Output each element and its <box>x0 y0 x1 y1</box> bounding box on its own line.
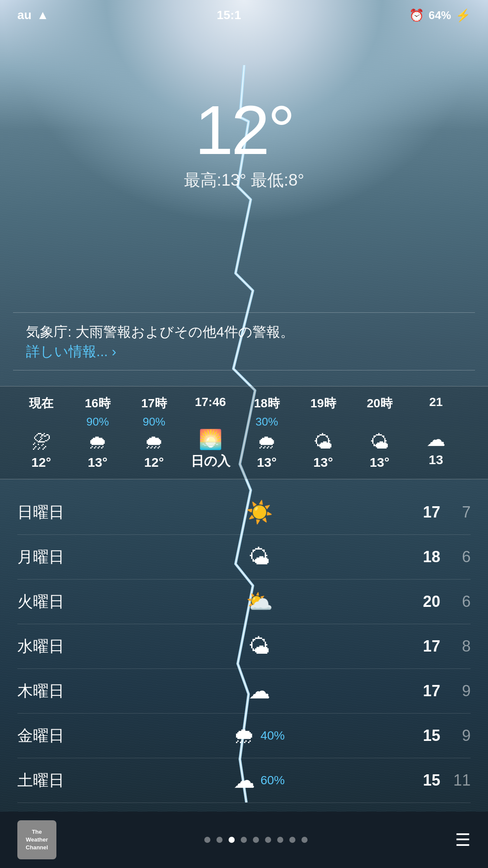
day-low: 11 <box>440 771 471 789</box>
hour-item: 17時90%🌧12° <box>126 395 182 470</box>
day-name: 日曜日 <box>17 502 113 523</box>
day-high: 15 <box>406 771 440 789</box>
hour-temp: 13° <box>257 455 276 470</box>
page-dot[interactable] <box>216 837 223 843</box>
day-row[interactable]: 火曜日⛅206 <box>17 580 471 624</box>
day-low: 9 <box>440 727 471 745</box>
temp-range: 最高:13° 最低:8° <box>0 169 488 191</box>
day-icon-area: ⛅ <box>113 589 406 614</box>
alarm-icon: ⏰ <box>409 8 424 23</box>
day-weather-icon: ⛅ <box>246 589 273 614</box>
page-dot[interactable] <box>204 837 210 843</box>
day-low: 9 <box>440 682 471 700</box>
hour-item: 現在⛈12° <box>13 395 69 470</box>
charging-icon: ⚡ <box>455 8 471 23</box>
day-weather-icon: 🌤 <box>249 634 270 659</box>
hour-temp: 13° <box>313 455 333 470</box>
current-temperature: 12° <box>0 95 488 165</box>
day-low: 6 <box>440 593 471 611</box>
app-logo[interactable]: TheWeatherChannel <box>17 820 56 859</box>
day-icon-area: 🌤 <box>113 544 406 570</box>
day-icon-area: 🌤 <box>113 634 406 659</box>
day-name: 水曜日 <box>17 636 113 657</box>
day-row[interactable]: 月曜日🌤186 <box>17 535 471 580</box>
page-dot[interactable] <box>241 837 247 843</box>
carrier-label: au <box>17 8 32 22</box>
day-weather-icon: ☁ <box>233 768 255 793</box>
day-high: 17 <box>406 682 440 700</box>
day-icon-area: ☁ <box>113 678 406 704</box>
hour-label: 20時 <box>367 395 392 412</box>
hour-weather-icon: 🌧 <box>144 432 164 452</box>
day-low: 8 <box>440 637 471 655</box>
status-time: 15:1 <box>217 8 241 22</box>
page-dot[interactable] <box>289 837 295 843</box>
day-row[interactable]: 日曜日☀️177 <box>17 490 471 535</box>
bottom-bar: TheWeatherChannel ☰ <box>0 812 488 868</box>
day-icon-area: ☀️ <box>113 500 406 525</box>
temp-high: 最高:13° <box>184 171 246 189</box>
day-high: 18 <box>406 548 440 566</box>
day-row[interactable]: 水曜日🌤178 <box>17 624 471 669</box>
page-dot[interactable] <box>301 837 308 843</box>
day-high: 20 <box>406 593 440 611</box>
hour-temp: 12° <box>144 455 164 470</box>
alert-link[interactable]: 詳しい情報... › <box>26 342 462 361</box>
day-weather-icon: ☁ <box>249 678 270 704</box>
weather-main: 12° 最高:13° 最低:8° <box>0 95 488 191</box>
battery-percentage: 64% <box>429 9 451 22</box>
hour-temp: 日の入 <box>191 452 230 470</box>
temp-low: 最低:8° <box>251 171 304 189</box>
page-dot[interactable] <box>277 837 283 843</box>
hour-label: 現在 <box>29 395 53 412</box>
hour-item: 17:46🌅日の入 <box>182 395 239 470</box>
day-name: 木曜日 <box>17 681 113 702</box>
hour-temp: 12° <box>31 455 51 470</box>
day-weather-icon: ☀️ <box>246 500 273 525</box>
hour-weather-icon: 🌧 <box>257 432 276 452</box>
day-weather-icon: 🌤 <box>249 544 270 570</box>
hour-weather-icon: 🌤 <box>370 432 389 452</box>
status-left: au ▲ <box>17 8 49 22</box>
day-icon-area: ☁60% <box>113 768 406 793</box>
hour-weather-icon: 🌤 <box>314 432 333 452</box>
hour-label: 17:46 <box>195 395 226 409</box>
day-high: 17 <box>406 637 440 655</box>
hour-temp: 13 <box>429 452 443 467</box>
active-dot[interactable] <box>229 837 235 843</box>
day-row[interactable]: 金曜日🌧40%159 <box>17 714 471 758</box>
hour-precip: 30% <box>255 415 278 429</box>
hour-temp: 13° <box>88 455 107 470</box>
status-bar: au ▲ 15:1 ⏰ 64% ⚡ <box>0 0 488 30</box>
day-row[interactable]: 木曜日☁179 <box>17 669 471 714</box>
day-name: 金曜日 <box>17 725 113 747</box>
hour-item: 20時🌤13° <box>351 395 408 470</box>
page-dot[interactable] <box>253 837 259 843</box>
page-dots <box>204 837 308 843</box>
logo-text: TheWeatherChannel <box>26 828 48 852</box>
status-right: ⏰ 64% ⚡ <box>409 8 471 23</box>
hour-label: 18時 <box>254 395 279 412</box>
hour-weather-icon: ⛈ <box>32 432 51 452</box>
day-precip: 60% <box>260 773 285 787</box>
hour-weather-icon: ☁ <box>426 430 445 449</box>
page-dot[interactable] <box>265 837 271 843</box>
day-precip: 40% <box>260 729 285 743</box>
list-icon[interactable]: ☰ <box>455 830 471 850</box>
day-low: 6 <box>440 548 471 566</box>
day-name: 月曜日 <box>17 547 113 568</box>
hour-label: 21 <box>429 395 442 409</box>
hour-label: 16時 <box>85 395 110 412</box>
hourly-section: 現在⛈12°16時90%🌧13°17時90%🌧12°17:46🌅日の入18時30… <box>0 386 488 479</box>
hour-item: 19時🌤13° <box>295 395 351 470</box>
hour-label: 19時 <box>310 395 336 412</box>
hourly-scroll[interactable]: 現在⛈12°16時90%🌧13°17時90%🌧12°17:46🌅日の入18時30… <box>0 387 488 479</box>
alert-box: 気象庁: 大雨警報およびその他4件の警報。 詳しい情報... › <box>13 312 475 370</box>
alert-text-line1: 気象庁: 大雨警報およびその他4件の警報。 <box>26 321 462 342</box>
day-high: 17 <box>406 503 440 521</box>
daily-section: 日曜日☀️177月曜日🌤186火曜日⛅206水曜日🌤178木曜日☁179金曜日🌧… <box>0 490 488 803</box>
hour-weather-icon: 🌅 <box>199 430 223 449</box>
day-weather-icon: 🌧 <box>233 723 255 748</box>
hour-precip: 90% <box>143 415 165 429</box>
day-row[interactable]: 土曜日☁60%1511 <box>17 758 471 803</box>
